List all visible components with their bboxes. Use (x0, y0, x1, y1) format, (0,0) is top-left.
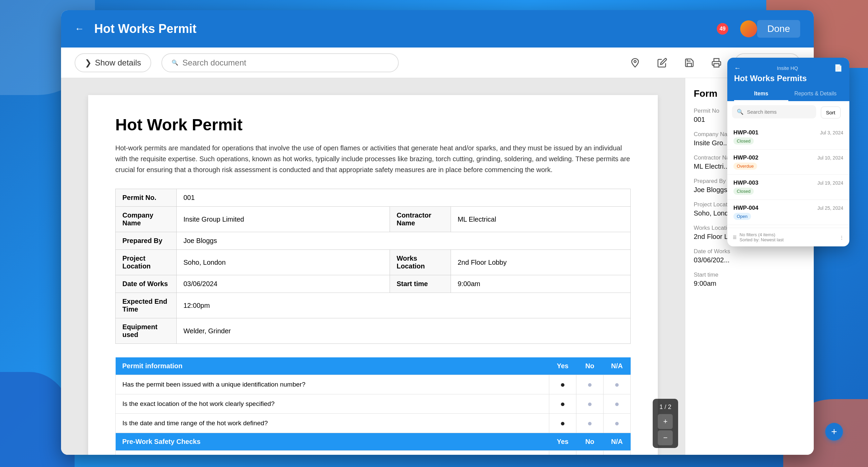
fab-add-button[interactable]: + (825, 423, 843, 441)
permit-info-header: Permit information (116, 357, 549, 375)
table-row: Is the exact location of the hot work cl… (116, 394, 631, 414)
zoom-out-button[interactable]: − (658, 430, 673, 445)
yes-cell[interactable]: ● (549, 394, 576, 414)
print-button[interactable] (707, 53, 726, 72)
back-button[interactable]: ← (75, 23, 84, 34)
mobile-title: Hot Works Permits (734, 74, 843, 83)
search-document-bar[interactable]: 🔍 (161, 53, 399, 72)
na-cell[interactable]: ● (604, 414, 631, 433)
na-header: N/A (604, 357, 631, 375)
document-panel[interactable]: Hot Work Permit Hot-work permits are man… (61, 78, 685, 455)
no-header-2: No (576, 433, 604, 451)
main-window: ← Hot Works Permit 49 Done ❯ Show detail… (61, 10, 814, 455)
list-item[interactable]: HWP-002 Jul 10, 2024 Overdue (727, 150, 849, 175)
search-document-input[interactable] (182, 58, 389, 68)
yes-cell[interactable]: ● (549, 451, 576, 455)
na-cell[interactable]: ● (604, 394, 631, 414)
yes-header: Yes (549, 357, 576, 375)
no-cell[interactable]: ● (576, 375, 604, 394)
na-cell[interactable]: ● (604, 375, 631, 394)
yes-cell[interactable]: ● (549, 414, 576, 433)
doc-title: Hot Work Permit (115, 115, 631, 134)
tab-items[interactable]: Items (734, 87, 788, 101)
project-location-value: Soho, London (177, 250, 390, 275)
item-date: Jul 3, 2024 (820, 130, 844, 135)
mobile-back-button[interactable]: ← (734, 64, 741, 72)
annotation-button[interactable] (626, 53, 645, 72)
start-time-value: 9:00am (451, 275, 630, 293)
question-text: Are all hot work equipment and tools ins… (116, 451, 549, 455)
user-avatar[interactable] (740, 20, 757, 37)
save-button[interactable] (680, 53, 699, 72)
list-item[interactable]: HWP-001 Jul 3, 2024 Closed (727, 125, 849, 150)
table-row: Is the date and time range of the hot wo… (116, 414, 631, 433)
list-item-header: HWP-003 Jul 19, 2024 (733, 180, 843, 186)
mobile-search-input[interactable] (747, 109, 811, 115)
zoom-in-button[interactable]: + (658, 414, 673, 429)
doc-description: Hot-work permits are mandated for operat… (115, 143, 631, 175)
field-value: 9:00am (694, 280, 805, 287)
no-cell[interactable]: ● (576, 451, 604, 455)
expected-end-value: 12:00pm (177, 293, 631, 318)
prework-header: Pre-Work Safety Checks (116, 433, 549, 451)
mobile-footer: ☰ No filters (4 items) Sorted by: Newest… (727, 228, 849, 246)
show-details-button[interactable]: ❯ Show details (75, 53, 151, 72)
list-item[interactable]: HWP-004 Jul 25, 2024 Open (727, 200, 849, 225)
project-location-label: Project Location (116, 250, 177, 275)
question-text: Is the exact location of the hot work cl… (116, 394, 549, 414)
back-icon: ← (75, 23, 84, 34)
prepared-by-label: Prepared By (116, 232, 177, 250)
expected-end-label: Expected End Time (116, 293, 177, 318)
field-label: Start time (694, 272, 805, 278)
item-id: HWP-002 (733, 154, 758, 161)
status-badge: Open (733, 213, 751, 220)
item-date: Jul 25, 2024 (817, 205, 843, 211)
no-cell[interactable]: ● (576, 394, 604, 414)
date-of-works-value: 03/06/2024 (177, 275, 390, 293)
works-location-label: Works Location (390, 250, 451, 275)
permit-no-value: 001 (177, 189, 631, 207)
done-button[interactable]: Done (757, 20, 800, 38)
permit-info-table: Permit information Yes No N/A Has the pe… (115, 357, 631, 455)
na-header-2: N/A (604, 433, 631, 451)
items-list: HWP-001 Jul 3, 2024 Closed HWP-002 Jul 1… (727, 122, 849, 228)
mobile-app-name: Insite HQ (777, 65, 798, 71)
mobile-tabs: Items Reports & Details (734, 87, 843, 101)
list-item-header: HWP-002 Jul 10, 2024 (733, 154, 843, 161)
sort-button[interactable]: Sort (821, 107, 841, 118)
status-badge: Overdue (733, 163, 757, 170)
tab-reports[interactable]: Reports & Details (788, 87, 843, 101)
window-title: Hot Works Permit (94, 22, 717, 36)
table-row: Are all hot work equipment and tools ins… (116, 451, 631, 455)
contractor-name-label: Contractor Name (390, 207, 451, 232)
mobile-search-bar[interactable]: 🔍 (732, 105, 816, 118)
content-area: Hot Work Permit Hot-work permits are man… (61, 78, 814, 455)
item-date: Jul 10, 2024 (817, 155, 843, 161)
form-field: Date of Works 03/06/202... (694, 248, 805, 264)
item-id: HWP-003 (733, 180, 758, 186)
mobile-panel: ← Insite HQ 📄 Hot Works Permits Items Re… (727, 58, 849, 246)
form-field: Start time 9:00am (694, 272, 805, 287)
equipment-label: Equipment used (116, 318, 177, 344)
table-row: Has the permit been issued with a unique… (116, 375, 631, 394)
company-name-label: Company Name (116, 207, 177, 232)
no-header: No (576, 357, 604, 375)
prepared-by-value: Joe Bloggs (177, 232, 631, 250)
mobile-header: ← Insite HQ 📄 Hot Works Permits Items Re… (727, 58, 849, 101)
edit-button[interactable] (653, 53, 672, 72)
no-cell[interactable]: ● (576, 414, 604, 433)
filter-icon: ☰ (733, 235, 737, 240)
settings-icon[interactable]: ⋮ (840, 235, 844, 240)
mobile-doc-icon[interactable]: 📄 (834, 64, 843, 72)
notification-badge[interactable]: 49 (717, 23, 728, 35)
mobile-search-icon: 🔍 (737, 109, 744, 115)
svg-rect-1 (714, 63, 719, 67)
na-cell[interactable]: ● (604, 451, 631, 455)
show-details-label: Show details (95, 58, 141, 68)
zoom-controls: 1 / 2 + − (653, 399, 678, 448)
list-item[interactable]: HWP-003 Jul 19, 2024 Closed (727, 175, 849, 200)
footer-left: ☰ No filters (4 items) Sorted by: Newest… (733, 232, 784, 242)
top-bar: ← Hot Works Permit 49 Done (61, 10, 814, 48)
equipment-value: Welder, Grinder (177, 318, 631, 344)
yes-cell[interactable]: ● (549, 375, 576, 394)
